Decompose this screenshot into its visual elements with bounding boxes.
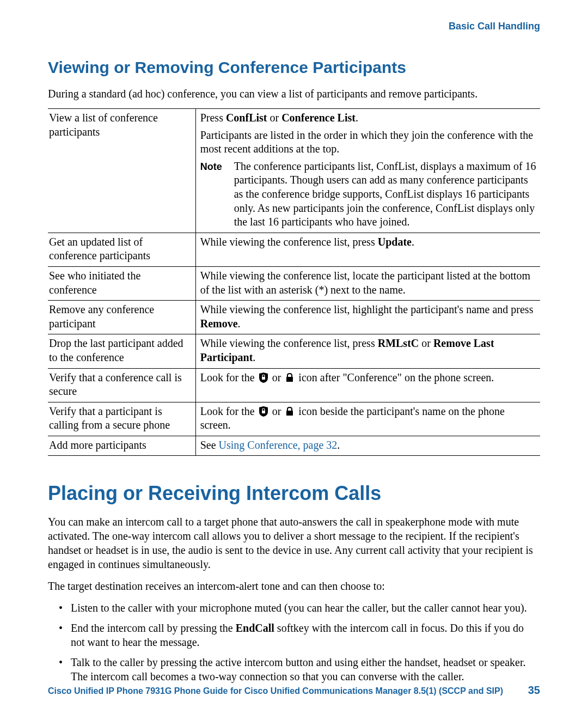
table-row: Verify that a participant is calling fro… xyxy=(48,402,540,436)
lock-icon xyxy=(284,373,296,383)
text: End the intercom call by pressing the xyxy=(71,622,236,634)
row-label: View a list of conference participants xyxy=(48,109,195,233)
svg-rect-0 xyxy=(262,377,265,380)
table-row: Add more participants See Using Conferen… xyxy=(48,436,540,456)
intro-paragraph: During a standard (ad hoc) conference, y… xyxy=(48,87,540,101)
softkey-name: RMLstC xyxy=(378,337,419,349)
lock-icon xyxy=(284,406,296,417)
softkey-name: EndCall xyxy=(236,622,274,634)
heading-conference-participants: Viewing or Removing Conference Participa… xyxy=(48,58,540,77)
softkey-name: Update xyxy=(378,236,412,248)
footer-title: Cisco Unified IP Phone 7931G Phone Guide… xyxy=(48,686,503,696)
row-value: Look for the or icon beside the particip… xyxy=(195,402,540,436)
bullet-list: Listen to the caller with your microphon… xyxy=(48,601,540,684)
text: or xyxy=(272,405,284,417)
text: icon after "Conference" on the phone scr… xyxy=(298,371,494,383)
text: . xyxy=(412,236,414,248)
text: Press xyxy=(200,112,226,124)
list-item: Listen to the caller with your microphon… xyxy=(71,601,540,615)
shield-lock-icon xyxy=(258,373,270,383)
list-item: End the intercom call by pressing the En… xyxy=(71,621,540,650)
row-value: See Using Conference, page 32. xyxy=(195,436,540,456)
softkey-name: Conference List xyxy=(281,112,356,124)
text: Look for the xyxy=(200,371,258,383)
text: or xyxy=(267,112,282,124)
table-row: Drop the last participant added to the c… xyxy=(48,334,540,368)
text: . xyxy=(238,318,241,329)
note-label: Note xyxy=(200,160,234,229)
page-footer: Cisco Unified IP Phone 7931G Phone Guide… xyxy=(48,684,540,697)
shield-lock-icon xyxy=(258,406,270,417)
text: . xyxy=(337,439,340,451)
row-label: Remove any conference participant xyxy=(48,301,195,334)
row-value: While viewing the conference list, highl… xyxy=(195,301,540,334)
text: or xyxy=(419,337,433,349)
breadcrumb: Basic Call Handling xyxy=(48,21,540,32)
text: While viewing the conference list, press xyxy=(200,337,378,349)
table-row: Remove any conference participant While … xyxy=(48,301,540,334)
body-paragraph: You can make an intercom call to a targe… xyxy=(48,515,540,571)
row-value: Look for the or icon after "Conference" … xyxy=(195,368,540,402)
text: While viewing the conference list, press xyxy=(200,236,378,248)
heading-intercom-calls: Placing or Receiving Intercom Calls xyxy=(48,482,540,505)
text: While viewing the conference list, highl… xyxy=(200,303,534,315)
note-block: Note The conference participants list, C… xyxy=(200,160,537,229)
row-label: Drop the last participant added to the c… xyxy=(48,334,195,368)
row-value: While viewing the conference list, press… xyxy=(195,233,540,266)
row-label: See who initiated the conference xyxy=(48,266,195,300)
text: See xyxy=(200,439,219,451)
row-label: Verify that a participant is calling fro… xyxy=(48,402,195,436)
text: Participants are listed in the order in … xyxy=(200,129,537,156)
text: . xyxy=(356,112,358,124)
text: or xyxy=(272,371,284,383)
row-value: While viewing the conference list, locat… xyxy=(195,266,540,300)
svg-rect-3 xyxy=(286,411,293,416)
body-paragraph: The target destination receives an inter… xyxy=(48,579,540,593)
note-body: The conference participants list, ConfLi… xyxy=(234,160,537,229)
softkey-name: ConfList xyxy=(226,112,267,124)
row-label: Verify that a conference call is secure xyxy=(48,368,195,402)
row-label: Add more participants xyxy=(48,436,195,456)
table-row: Verify that a conference call is secure … xyxy=(48,368,540,402)
softkey-name: Remove xyxy=(200,318,238,329)
table-row: Get an updated list of conference partic… xyxy=(48,233,540,266)
table-row: View a list of conference participants P… xyxy=(48,109,540,233)
table-row: See who initiated the conference While v… xyxy=(48,266,540,300)
page-number: 35 xyxy=(528,684,540,697)
cross-reference-link[interactable]: Using Conference, page 32 xyxy=(219,439,338,451)
svg-rect-2 xyxy=(262,411,265,413)
row-value: Press ConfList or Conference List. Parti… xyxy=(195,109,540,233)
row-label: Get an updated list of conference partic… xyxy=(48,233,195,266)
text: . xyxy=(253,351,255,363)
text: Look for the xyxy=(200,405,258,417)
list-item: Talk to the caller by pressing the activ… xyxy=(71,655,540,684)
conference-actions-table: View a list of conference participants P… xyxy=(48,108,540,456)
row-value: While viewing the conference list, press… xyxy=(195,334,540,368)
svg-rect-1 xyxy=(286,377,293,382)
